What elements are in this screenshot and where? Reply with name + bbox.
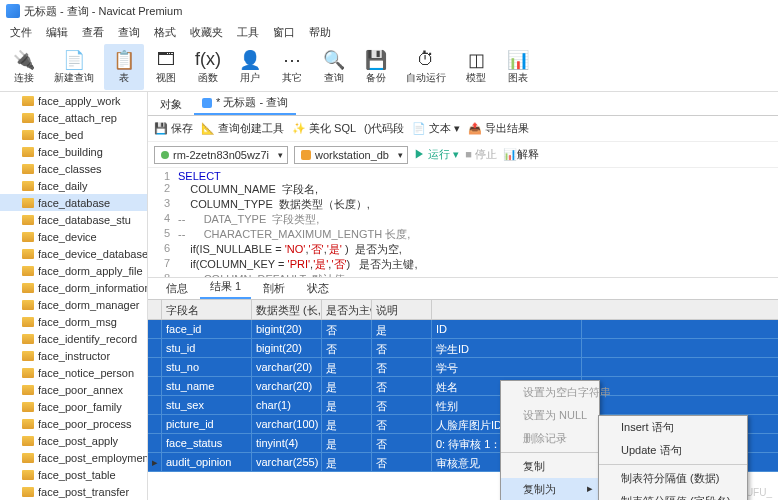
sidebar-item[interactable]: face_notice_person — [0, 364, 147, 381]
menu-查看[interactable]: 查看 — [76, 23, 110, 42]
table-icon — [22, 402, 34, 412]
run-button[interactable]: ▶ 运行 ▾ — [414, 147, 459, 162]
sql-editor[interactable]: 1SELECT2 COLUMN_NAME 字段名,3 COLUMN_TYPE 数… — [148, 168, 778, 278]
sidebar-item[interactable]: face_dorm_manager — [0, 296, 147, 313]
toolbar-表[interactable]: 📋表 — [104, 44, 144, 90]
sidebar-item[interactable]: face_post_transfer — [0, 483, 147, 500]
sidebar-item[interactable]: face_apply_work — [0, 92, 147, 109]
toolbar-自动运行[interactable]: ⏱自动运行 — [398, 44, 454, 90]
tab[interactable]: 对象 — [152, 94, 190, 115]
result-tabs: 信息结果 1剖析状态 — [148, 278, 778, 300]
toolbar-查询[interactable]: 🔍查询 — [314, 44, 354, 90]
table-icon — [22, 487, 34, 497]
toolbar-函数[interactable]: f(x)函数 — [188, 44, 228, 90]
sidebar-item[interactable]: face_dorm_msg — [0, 313, 147, 330]
db-select[interactable]: workstation_db — [294, 146, 408, 164]
sidebar-item[interactable]: face_database_stu — [0, 211, 147, 228]
col-header[interactable]: 数据类型 (长,是否为空 — [252, 300, 322, 319]
sidebar-item[interactable]: face_post_table — [0, 466, 147, 483]
sidebar-item[interactable]: face_device — [0, 228, 147, 245]
menu-item[interactable]: 删除记录 — [501, 427, 599, 450]
query-toolbar: 💾 保存 📐 查询创建工具 ✨ 美化 SQL ()代码段 📄 文本 ▾ 📤 导出… — [148, 116, 778, 142]
result-tab[interactable]: 状态 — [297, 278, 339, 299]
menu-帮助[interactable]: 帮助 — [303, 23, 337, 42]
sidebar-item[interactable]: face_attach_rep — [0, 109, 147, 126]
col-header[interactable] — [148, 300, 162, 319]
toolbar: 🔌连接📄新建查询📋表🗔视图f(x)函数👤用户⋯其它🔍查询💾备份⏱自动运行◫模型📊… — [0, 42, 778, 92]
export-button[interactable]: 📤 导出结果 — [468, 121, 529, 136]
menu-item[interactable]: Insert 语句 — [599, 416, 747, 439]
result-tab[interactable]: 剖析 — [253, 278, 295, 299]
sidebar-item[interactable]: face_device_database — [0, 245, 147, 262]
sidebar-item[interactable]: face_identify_record — [0, 330, 147, 347]
menu-窗口[interactable]: 窗口 — [267, 23, 301, 42]
table-icon — [22, 317, 34, 327]
table-row[interactable]: face_idbigint(20)否是ID — [148, 320, 778, 339]
snippet-button[interactable]: ()代码段 — [364, 121, 404, 136]
menu-收藏夹[interactable]: 收藏夹 — [184, 23, 229, 42]
tab[interactable]: * 无标题 - 查询 — [194, 92, 296, 115]
menu-工具[interactable]: 工具 — [231, 23, 265, 42]
menu-item[interactable]: 复制 — [501, 455, 599, 478]
toolbar-连接[interactable]: 🔌连接 — [4, 44, 44, 90]
table-row[interactable]: stu_sexchar(1)是否性别 — [148, 396, 778, 415]
explain-button[interactable]: 📊解释 — [503, 147, 539, 162]
toolbar-图表[interactable]: 📊图表 — [498, 44, 538, 90]
toolbar-新建查询[interactable]: 📄新建查询 — [46, 44, 102, 90]
sidebar-item[interactable]: face_poor_annex — [0, 381, 147, 398]
result-tab[interactable]: 信息 — [156, 278, 198, 299]
save-button[interactable]: 💾 保存 — [154, 121, 193, 136]
table-icon — [22, 266, 34, 276]
menu-查询[interactable]: 查询 — [112, 23, 146, 42]
table-row[interactable]: stu_namevarchar(20)是否姓名 — [148, 377, 778, 396]
col-header[interactable]: 是否为主键 — [322, 300, 372, 319]
table-icon — [22, 181, 34, 191]
menu-格式[interactable]: 格式 — [148, 23, 182, 42]
sidebar-item[interactable]: face_database — [0, 194, 147, 211]
table-row[interactable]: stu_idbigint(20)否否学生ID — [148, 339, 778, 358]
menu-item[interactable]: 制表符分隔值 (字段名) — [599, 490, 747, 500]
tabbar: 对象* 无标题 - 查询 — [148, 92, 778, 116]
sidebar-item[interactable]: face_instructor — [0, 347, 147, 364]
stop-button[interactable]: ■ 停止 — [465, 147, 497, 162]
result-tab[interactable]: 结果 1 — [200, 276, 251, 299]
sidebar-item[interactable]: face_daily — [0, 177, 147, 194]
sidebar-item[interactable]: face_post_employment — [0, 449, 147, 466]
toolbar-用户[interactable]: 👤用户 — [230, 44, 270, 90]
menu-item[interactable]: 复制为 — [501, 478, 599, 500]
table-icon — [22, 300, 34, 310]
query-builder-button[interactable]: 📐 查询创建工具 — [201, 121, 284, 136]
toolbar-其它[interactable]: ⋯其它 — [272, 44, 312, 90]
menu-item[interactable]: 设置为 NULL — [501, 404, 599, 427]
sidebar-item[interactable]: face_bed — [0, 126, 147, 143]
toolbar-视图[interactable]: 🗔视图 — [146, 44, 186, 90]
table-icon — [22, 232, 34, 242]
sidebar-item[interactable]: face_poor_family — [0, 398, 147, 415]
sidebar-item[interactable]: face_dorm_apply_file — [0, 262, 147, 279]
table-icon — [22, 368, 34, 378]
menu-item[interactable]: 设置为空白字符串 — [501, 381, 599, 404]
toolbar-模型[interactable]: ◫模型 — [456, 44, 496, 90]
sidebar-item[interactable]: face_classes — [0, 160, 147, 177]
sidebar-item[interactable]: face_building — [0, 143, 147, 160]
menu-文件[interactable]: 文件 — [4, 23, 38, 42]
col-header[interactable]: 说明 — [372, 300, 432, 319]
text-button[interactable]: 📄 文本 ▾ — [412, 121, 460, 136]
table-icon — [22, 147, 34, 157]
sidebar-item[interactable]: face_dorm_information — [0, 279, 147, 296]
server-select[interactable]: rm-2zetn83n05wz7i — [154, 146, 288, 164]
sidebar: face_apply_workface_attach_repface_bedfa… — [0, 92, 148, 500]
beautify-button[interactable]: ✨ 美化 SQL — [292, 121, 356, 136]
table-icon — [22, 130, 34, 140]
col-header[interactable]: 字段名 — [162, 300, 252, 319]
sidebar-item[interactable]: face_post_apply — [0, 432, 147, 449]
table-icon — [22, 249, 34, 259]
menu-item[interactable]: Update 语句 — [599, 439, 747, 462]
menu-编辑[interactable]: 编辑 — [40, 23, 74, 42]
table-icon — [22, 198, 34, 208]
menu-item[interactable]: 制表符分隔值 (数据) — [599, 467, 747, 490]
titlebar: 无标题 - 查询 - Navicat Premium — [0, 0, 778, 22]
table-row[interactable]: stu_novarchar(20)是否学号 — [148, 358, 778, 377]
sidebar-item[interactable]: face_poor_process — [0, 415, 147, 432]
toolbar-备份[interactable]: 💾备份 — [356, 44, 396, 90]
